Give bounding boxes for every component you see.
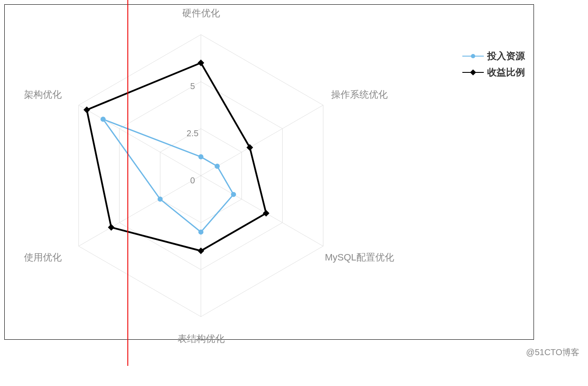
radar-svg [5, 5, 534, 339]
tick-label: 2.5 [187, 129, 199, 138]
axis-label-4: 使用优化 [24, 251, 62, 264]
svg-marker-16 [87, 63, 266, 251]
svg-point-13 [198, 230, 203, 235]
legend-label-1: 收益比例 [487, 66, 525, 79]
legend-marker-diamond-icon [462, 72, 484, 73]
axis-label-2: MySQL配置优化 [325, 251, 394, 264]
axis-label-0: 硬件优化 [182, 7, 220, 20]
svg-line-8 [78, 105, 201, 176]
svg-point-10 [198, 154, 203, 159]
axis-label-1: 操作系统优化 [331, 88, 388, 101]
axis-label-3: 表结构优化 [178, 332, 225, 345]
svg-rect-21 [108, 224, 114, 230]
tick-label: 5 [190, 81, 195, 91]
legend-item-0[interactable]: 投入资源 [462, 50, 525, 63]
legend-label-0: 投入资源 [487, 50, 525, 63]
tick-label: 0 [190, 176, 195, 186]
legend: 投入资源 收益比例 [462, 50, 525, 79]
svg-point-14 [157, 197, 163, 202]
legend-marker-circle-icon [462, 56, 484, 57]
svg-rect-22 [84, 107, 90, 113]
svg-point-11 [214, 164, 220, 169]
svg-point-12 [231, 192, 236, 197]
svg-point-15 [100, 117, 106, 122]
axis-label-5: 架构优化 [24, 88, 62, 101]
red-vertical-line-annotation [127, 0, 128, 366]
radar-chart: 硬件优化操作系统优化MySQL配置优化表结构优化使用优化架构优化02.55 投入… [4, 4, 534, 340]
legend-item-1[interactable]: 收益比例 [462, 66, 525, 79]
watermark: @51CTO博客 [526, 347, 579, 358]
